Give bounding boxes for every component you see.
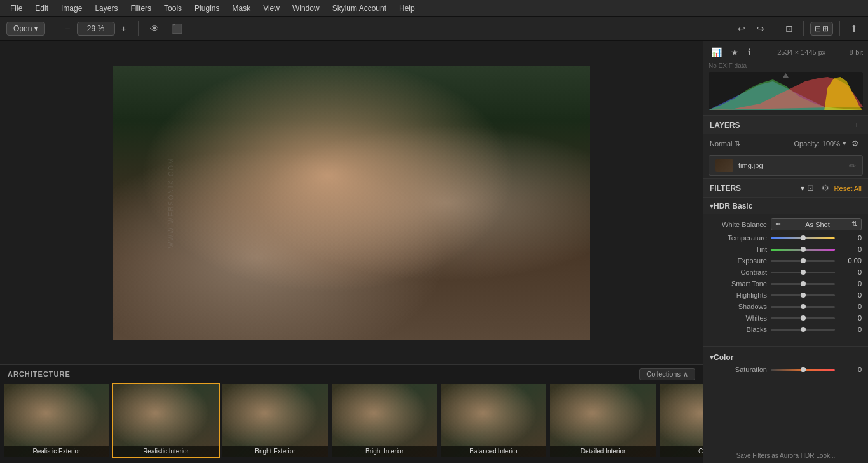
compare-button[interactable]: ⬛ [168, 21, 186, 36]
menu-account[interactable]: Skylum Account [327, 3, 391, 14]
color-header[interactable]: ▾ Color [710, 349, 862, 366]
smart-tone-row: Smart Tone 0 [710, 280, 862, 287]
canvas-area: WWW.WEBSONIK.COM ARCHITECTURE Collection… [0, 41, 703, 463]
open-label: Open [13, 24, 32, 33]
save-filters-button[interactable]: Save Filters as Aurora HDR Look... [703, 448, 868, 463]
highlights-slider[interactable] [771, 294, 835, 296]
zoom-increase-button[interactable]: + [118, 21, 130, 36]
menu-view[interactable]: View [258, 3, 285, 14]
film-item-realistic-exterior[interactable]: Realistic Exterior [3, 383, 111, 458]
zoom-display[interactable]: 29 % [77, 22, 115, 36]
film-item-balanced-interior[interactable]: Balanced Interior [440, 383, 548, 458]
shadows-row: Shadows 0 [710, 303, 862, 310]
undo-button[interactable]: ↩ [734, 21, 749, 36]
filter-save-btn[interactable]: ⊡ [804, 183, 817, 193]
menu-filters[interactable]: Filters [125, 3, 156, 14]
film-item-bright-exterior[interactable]: Bright Exterior [221, 383, 329, 458]
film-label-balanced-interior: Balanced Interior [441, 446, 546, 457]
filmstrip-items: Realistic Exterior Realistic Interior Br… [0, 383, 703, 463]
menu-image[interactable]: Image [56, 3, 87, 14]
temperature-label: Temperature [710, 234, 767, 242]
filter-settings-btn[interactable]: ⚙ [819, 183, 832, 193]
crop-icon: ⊡ [785, 24, 793, 34]
layers-minimize-button[interactable]: − [839, 120, 850, 130]
toolbar-separator-3 [775, 21, 775, 36]
svg-marker-0 [782, 73, 789, 78]
whites-slider[interactable] [771, 317, 835, 319]
undo-icon: ↩ [738, 24, 745, 34]
collections-button[interactable]: Collections ∧ [639, 368, 695, 380]
blacks-slider[interactable] [771, 329, 835, 331]
info-icon-btn[interactable]: ★ [728, 46, 742, 59]
menu-mask[interactable]: Mask [227, 3, 255, 14]
zoom-decrease-button[interactable]: − [61, 21, 74, 36]
menu-plugins[interactable]: Plugins [189, 3, 224, 14]
menu-edit[interactable]: Edit [30, 3, 53, 14]
open-button[interactable]: Open ▾ [6, 22, 45, 36]
tint-slider[interactable] [771, 249, 835, 251]
highlights-value: 0 [839, 291, 862, 299]
layer-settings-button[interactable]: ⚙ [849, 138, 862, 149]
toolbar-right: ↩ ↪ ⊡ ⊟ ⊞ ⬆ [734, 21, 862, 36]
smart-tone-label: Smart Tone [710, 280, 767, 287]
opacity-chevron: ▾ [843, 139, 846, 148]
film-item-realistic-interior[interactable]: Realistic Interior [112, 383, 220, 458]
detail-icon-btn[interactable]: ℹ [745, 46, 754, 59]
menu-file[interactable]: File [5, 3, 27, 14]
image-viewport[interactable]: WWW.WEBSONIK.COM [0, 41, 703, 364]
blend-mode[interactable]: Normal ⇅ [710, 139, 740, 148]
temperature-slider[interactable] [771, 237, 835, 239]
redo-button[interactable]: ↪ [753, 21, 768, 36]
film-item-detailed-interior[interactable]: Detailed Interior [549, 383, 657, 458]
wb-chevron: ⇅ [851, 220, 857, 228]
scrollable-panel: LAYERS − + Normal ⇅ Opacity: 100% ▾ [703, 116, 868, 448]
export-button[interactable]: ⬆ [846, 21, 862, 36]
contrast-value: 0 [839, 268, 862, 276]
redo-icon: ↪ [757, 24, 764, 34]
layers-header[interactable]: LAYERS − + [703, 116, 868, 134]
temperature-row: Temperature 0 [710, 234, 862, 242]
contrast-slider[interactable] [771, 272, 835, 273]
eyedropper-icon: ✒ [775, 220, 781, 228]
menu-layers[interactable]: Layers [90, 3, 123, 14]
filmstrip-category: ARCHITECTURE [8, 370, 71, 378]
whites-row: Whites 0 [710, 314, 862, 322]
hdr-basic-header[interactable]: ▾ HDR Basic [703, 198, 868, 214]
blend-mode-label: Normal [710, 140, 732, 148]
layers-section: LAYERS − + Normal ⇅ Opacity: 100% ▾ [703, 116, 868, 179]
histogram-icon-btn[interactable]: 📊 [709, 46, 724, 59]
film-item-cityscape[interactable]: Cityscape [658, 383, 703, 458]
histogram-area: 📊 ★ ℹ 2534 × 1445 px 8-bit No EXIF data [703, 41, 868, 116]
bit-depth: 8-bit [850, 48, 863, 56]
layer-thumbnail [715, 159, 733, 172]
smart-tone-slider[interactable] [771, 283, 835, 285]
histogram-svg [709, 72, 863, 110]
layer-item[interactable]: timg.jpg ✏ [709, 155, 863, 176]
opacity-control: Opacity: 100% ▾ ⚙ [794, 138, 862, 149]
whites-label: Whites [710, 314, 767, 322]
exposure-slider[interactable] [771, 260, 835, 262]
layers-add-button[interactable]: + [851, 120, 862, 130]
exposure-label: Exposure [710, 257, 767, 265]
opacity-value[interactable]: 100% [822, 140, 840, 148]
layer-edit-button[interactable]: ✏ [849, 161, 856, 170]
panel-icons: 📊 ★ ℹ 2534 × 1445 px 8-bit [709, 46, 863, 59]
eye-icon: 👁 [150, 24, 159, 34]
main-image: WWW.WEBSONIK.COM [113, 66, 590, 340]
exposure-value: 0.00 [839, 257, 862, 265]
exif-text: No EXIF data [709, 62, 863, 69]
crop-button[interactable]: ⊡ [782, 21, 797, 36]
film-label-cityscape: Cityscape [660, 446, 703, 457]
saturation-slider[interactable] [771, 369, 835, 371]
preview-button[interactable]: 👁 [146, 21, 163, 36]
shadows-slider[interactable] [771, 306, 835, 308]
menu-tools[interactable]: Tools [159, 3, 187, 14]
whites-value: 0 [839, 314, 862, 322]
film-item-bright-interior[interactable]: Bright Interior [330, 383, 438, 458]
white-balance-label: White Balance [710, 221, 767, 228]
saturation-label: Saturation [710, 366, 767, 373]
menu-help[interactable]: Help [394, 3, 420, 14]
reset-all-button[interactable]: Reset All [834, 184, 862, 192]
white-balance-select[interactable]: ✒ As Shot ⇅ [771, 218, 862, 230]
menu-window[interactable]: Window [287, 3, 325, 14]
